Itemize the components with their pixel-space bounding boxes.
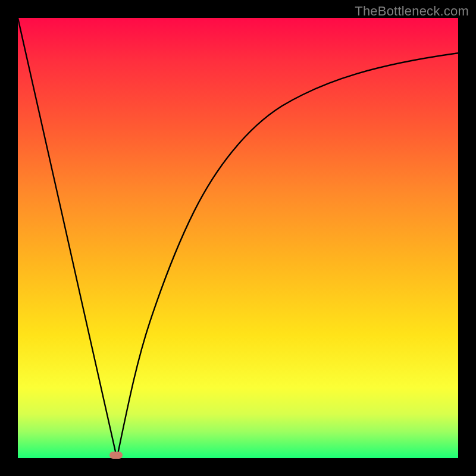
bottleneck-curve-left xyxy=(18,18,117,458)
bottleneck-curve-right xyxy=(117,53,459,458)
plot-area xyxy=(18,18,458,458)
watermark-text: TheBottleneck.com xyxy=(355,4,469,19)
optimum-marker xyxy=(109,452,123,459)
chart-frame: TheBottleneck.com xyxy=(0,0,476,476)
curve-svg xyxy=(18,18,458,458)
